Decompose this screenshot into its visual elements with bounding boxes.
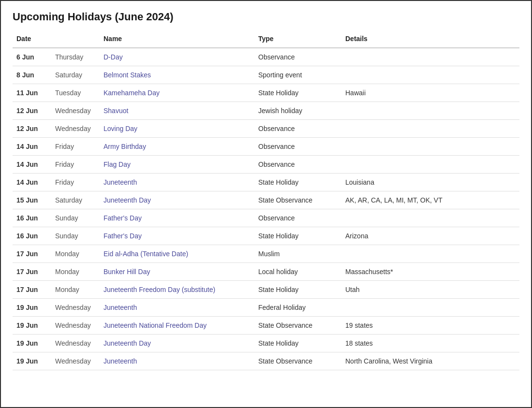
- cell-date: 12 Jun: [13, 102, 51, 120]
- table-row: 12 JunWednesdayLoving DayObservance: [13, 120, 519, 138]
- cell-day: Saturday: [51, 66, 100, 84]
- cell-name[interactable]: Father's Day: [100, 209, 254, 227]
- cell-name[interactable]: Father's Day: [100, 227, 254, 245]
- cell-day: Tuesday: [51, 84, 100, 102]
- cell-type: Observance: [254, 156, 341, 174]
- holiday-link[interactable]: Juneteenth National Freedom Day: [103, 321, 207, 329]
- cell-name[interactable]: Shavuot: [100, 102, 254, 120]
- cell-details: Arizona: [341, 227, 519, 245]
- cell-day: Wednesday: [51, 335, 100, 352]
- holidays-table: Date Name Type Details 6 JunThursdayD-Da…: [13, 32, 519, 370]
- cell-name[interactable]: Juneteenth National Freedom Day: [100, 317, 254, 335]
- cell-name[interactable]: Kamehameha Day: [100, 84, 254, 102]
- cell-name[interactable]: Juneteenth: [100, 299, 254, 317]
- cell-name[interactable]: Juneteenth Freedom Day (substitute): [100, 281, 254, 299]
- holiday-link[interactable]: Flag Day: [103, 160, 131, 168]
- holiday-link[interactable]: Bunker Hill Day: [103, 268, 150, 276]
- cell-date: 14 Jun: [13, 138, 51, 156]
- cell-date: 11 Jun: [13, 84, 51, 102]
- cell-details: 19 states: [341, 317, 519, 335]
- cell-type: State Holiday: [254, 335, 341, 352]
- cell-day: Friday: [51, 156, 100, 174]
- cell-name[interactable]: Juneteenth: [100, 352, 254, 370]
- cell-date: 19 Jun: [13, 352, 51, 370]
- cell-name[interactable]: Juneteenth Day: [100, 191, 254, 209]
- table-row: 12 JunWednesdayShavuotJewish holiday: [13, 102, 519, 120]
- cell-date: 16 Jun: [13, 227, 51, 245]
- cell-day: Thursday: [51, 48, 100, 66]
- holiday-link[interactable]: Kamehameha Day: [103, 89, 160, 97]
- cell-date: 14 Jun: [13, 156, 51, 174]
- cell-name[interactable]: Army Birthday: [100, 138, 254, 156]
- cell-date: 17 Jun: [13, 281, 51, 299]
- holiday-link[interactable]: Juneteenth: [103, 304, 137, 311]
- holiday-link[interactable]: Shavuot: [103, 107, 128, 115]
- cell-details: 18 states: [341, 335, 519, 352]
- table-row: 14 JunFridayJuneteenthState HolidayLouis…: [13, 174, 519, 191]
- table-row: 14 JunFridayFlag DayObservance: [13, 156, 519, 174]
- holiday-link[interactable]: D-Day: [103, 53, 123, 61]
- cell-details: [341, 120, 519, 138]
- cell-details: Massachusetts*: [341, 263, 519, 281]
- cell-day: Sunday: [51, 209, 100, 227]
- table-row: 8 JunSaturdayBelmont StakesSporting even…: [13, 66, 519, 84]
- cell-day: Monday: [51, 245, 100, 263]
- cell-day: Wednesday: [51, 317, 100, 335]
- cell-details: Louisiana: [341, 174, 519, 191]
- cell-day: Wednesday: [51, 352, 100, 370]
- cell-day: Wednesday: [51, 299, 100, 317]
- holiday-link[interactable]: Juneteenth Day: [103, 196, 151, 204]
- cell-name[interactable]: Eid al-Adha (Tentative Date): [100, 245, 254, 263]
- cell-name[interactable]: Bunker Hill Day: [100, 263, 254, 281]
- cell-date: 17 Jun: [13, 263, 51, 281]
- cell-type: State Holiday: [254, 174, 341, 191]
- table-row: 19 JunWednesdayJuneteenthFederal Holiday: [13, 299, 519, 317]
- cell-details: [341, 299, 519, 317]
- table-row: 17 JunMondayBunker Hill DayLocal holiday…: [13, 263, 519, 281]
- holiday-link[interactable]: Juneteenth Freedom Day (substitute): [103, 286, 215, 293]
- holiday-link[interactable]: Father's Day: [103, 214, 142, 222]
- table-row: 19 JunWednesdayJuneteenth National Freed…: [13, 317, 519, 335]
- holiday-link[interactable]: Juneteenth: [103, 357, 137, 365]
- table-row: 17 JunMondayEid al-Adha (Tentative Date)…: [13, 245, 519, 263]
- cell-type: Federal Holiday: [254, 299, 341, 317]
- cell-details: [341, 156, 519, 174]
- cell-name[interactable]: Juneteenth: [100, 174, 254, 191]
- cell-day: Friday: [51, 174, 100, 191]
- cell-date: 12 Jun: [13, 120, 51, 138]
- cell-type: State Holiday: [254, 84, 341, 102]
- cell-name[interactable]: Belmont Stakes: [100, 66, 254, 84]
- table-row: 11 JunTuesdayKamehameha DayState Holiday…: [13, 84, 519, 102]
- holiday-link[interactable]: Loving Day: [103, 125, 137, 132]
- cell-name[interactable]: Juneteenth Day: [100, 335, 254, 352]
- holiday-link[interactable]: Army Birthday: [103, 143, 146, 150]
- cell-day: Friday: [51, 138, 100, 156]
- cell-name[interactable]: Flag Day: [100, 156, 254, 174]
- cell-date: 6 Jun: [13, 48, 51, 66]
- cell-date: 15 Jun: [13, 191, 51, 209]
- cell-type: State Holiday: [254, 281, 341, 299]
- col-header-date: Date: [13, 32, 51, 48]
- cell-day: Monday: [51, 263, 100, 281]
- cell-day: Monday: [51, 281, 100, 299]
- holiday-link[interactable]: Juneteenth Day: [103, 339, 151, 347]
- cell-type: Observance: [254, 120, 341, 138]
- cell-name[interactable]: Loving Day: [100, 120, 254, 138]
- cell-type: Local holiday: [254, 263, 341, 281]
- cell-type: Observance: [254, 209, 341, 227]
- cell-details: [341, 66, 519, 84]
- cell-details: [341, 102, 519, 120]
- col-header-details: Details: [341, 32, 519, 48]
- cell-type: State Observance: [254, 352, 341, 370]
- holiday-link[interactable]: Eid al-Adha (Tentative Date): [103, 250, 188, 258]
- holiday-link[interactable]: Belmont Stakes: [103, 71, 151, 79]
- holiday-link[interactable]: Father's Day: [103, 232, 142, 240]
- col-header-type: Type: [254, 32, 341, 48]
- cell-details: Hawaii: [341, 84, 519, 102]
- cell-date: 16 Jun: [13, 209, 51, 227]
- table-row: 17 JunMondayJuneteenth Freedom Day (subs…: [13, 281, 519, 299]
- cell-type: Sporting event: [254, 66, 341, 84]
- cell-day: Sunday: [51, 227, 100, 245]
- holiday-link[interactable]: Juneteenth: [103, 178, 137, 186]
- cell-name[interactable]: D-Day: [100, 48, 254, 66]
